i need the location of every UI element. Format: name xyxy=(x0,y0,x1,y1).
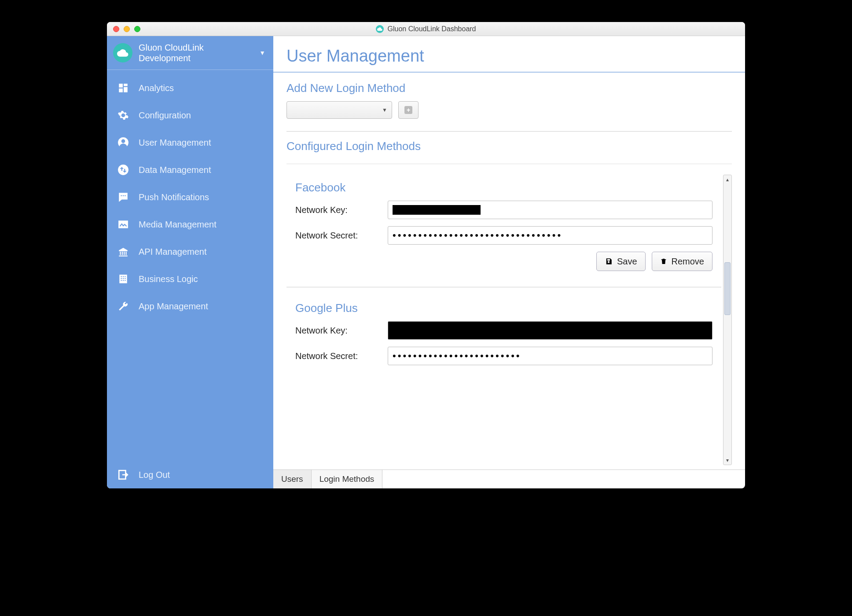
svg-rect-14 xyxy=(125,276,125,277)
login-method-facebook: Facebook Network Key: Network Secret: xyxy=(286,175,721,279)
login-method-dropdown[interactable]: ▼ xyxy=(286,101,392,119)
gear-icon xyxy=(117,109,130,122)
field-label-network-key: Network Key: xyxy=(295,205,383,215)
nav: Analytics Configuration User Management xyxy=(107,74,273,320)
tab-users[interactable]: Users xyxy=(273,470,312,488)
chevron-down-icon: ▼ xyxy=(259,49,265,56)
sidebar-item-label: Analytics xyxy=(139,83,174,93)
sidebar-item-label: API Management xyxy=(139,247,207,257)
logout-icon xyxy=(117,468,130,481)
svg-rect-17 xyxy=(125,278,125,279)
method-title: Facebook xyxy=(295,181,712,194)
network-secret-input[interactable]: ••••••••••••••••••••••••••••••••• xyxy=(388,226,712,245)
trash-icon xyxy=(660,257,667,265)
svg-point-5 xyxy=(121,139,125,143)
svg-point-9 xyxy=(125,195,126,196)
sidebar-item-label: Data Management xyxy=(139,165,211,175)
field-label-network-secret: Network Secret: xyxy=(295,231,383,241)
network-key-input[interactable] xyxy=(388,201,712,219)
sidebar-item-logout[interactable]: Log Out xyxy=(107,461,273,488)
scroll-up-icon[interactable]: ▴ xyxy=(726,176,729,183)
building-icon xyxy=(117,272,130,286)
sidebar-item-configuration[interactable]: Configuration xyxy=(107,102,273,129)
svg-rect-10 xyxy=(119,221,128,227)
svg-rect-16 xyxy=(123,278,124,279)
user-icon xyxy=(117,136,130,149)
main-header: User Management xyxy=(273,36,745,73)
sidebar-item-label: Log Out xyxy=(139,470,170,480)
dashboard-icon xyxy=(117,81,130,95)
sidebar-item-label: Configuration xyxy=(139,110,191,121)
scroll-track[interactable] xyxy=(723,183,731,457)
remove-button[interactable]: Remove xyxy=(652,252,712,271)
network-key-input[interactable] xyxy=(388,321,712,340)
chat-icon xyxy=(117,191,130,204)
divider xyxy=(107,70,273,70)
sidebar-title: Gluon CloudLink Development xyxy=(139,42,253,63)
scroll-down-icon[interactable]: ▾ xyxy=(726,457,729,464)
scroll-thumb[interactable] xyxy=(724,262,731,315)
vertical-scrollbar[interactable]: ▴ ▾ xyxy=(723,175,732,465)
app-window: Gluon CloudLink Dashboard Gluon CloudLin… xyxy=(107,22,745,488)
sidebar-item-label: User Management xyxy=(139,138,211,148)
svg-point-8 xyxy=(123,195,124,196)
svg-rect-12 xyxy=(121,276,122,277)
page-title: User Management xyxy=(286,47,732,66)
add-login-method-button[interactable]: + xyxy=(398,101,419,119)
divider xyxy=(286,164,732,164)
window-title: Gluon CloudLink Dashboard xyxy=(387,25,476,33)
field-label-network-secret: Network Secret: xyxy=(295,351,383,361)
sidebar-item-label: Media Management xyxy=(139,220,217,230)
button-label: Save xyxy=(617,257,637,267)
sidebar-item-user-management[interactable]: User Management xyxy=(107,129,273,156)
sidebar-item-business-logic[interactable]: Business Logic xyxy=(107,265,273,293)
redacted-value xyxy=(393,205,481,215)
secret-value: ••••••••••••••••••••••••••••••••• xyxy=(393,230,562,241)
method-title: Google Plus xyxy=(295,301,712,315)
sidebar-title-line1: Gluon CloudLink xyxy=(139,42,253,53)
svg-rect-1 xyxy=(124,84,128,86)
sidebar-title-line2: Development xyxy=(139,53,253,63)
image-icon xyxy=(117,218,130,231)
main: User Management Add New Login Method ▼ +… xyxy=(273,36,745,488)
svg-rect-15 xyxy=(121,278,122,279)
tab-label: Login Methods xyxy=(320,474,375,484)
sidebar-item-app-management[interactable]: App Management xyxy=(107,293,273,320)
tab-login-methods[interactable]: Login Methods xyxy=(312,470,383,488)
save-icon xyxy=(605,257,613,265)
login-method-google-plus: Google Plus Network Key: Network Secret: xyxy=(286,295,721,380)
transfer-icon xyxy=(117,163,130,176)
svg-rect-19 xyxy=(123,280,124,281)
svg-rect-3 xyxy=(119,88,123,92)
field-label-network-key: Network Key: xyxy=(295,326,383,336)
svg-rect-2 xyxy=(124,87,128,92)
tab-label: Users xyxy=(281,474,303,484)
add-login-section-title: Add New Login Method xyxy=(286,81,732,95)
button-label: Remove xyxy=(672,257,704,267)
bank-icon xyxy=(117,245,130,258)
configured-section-title: Configured Login Methods xyxy=(286,139,732,153)
svg-rect-20 xyxy=(125,280,125,281)
sidebar-header[interactable]: Gluon CloudLink Development ▼ xyxy=(107,36,273,70)
sidebar-item-media-management[interactable]: Media Management xyxy=(107,211,273,238)
window-title-wrap: Gluon CloudLink Dashboard xyxy=(107,25,745,33)
sidebar-item-analytics[interactable]: Analytics xyxy=(107,74,273,102)
network-secret-input[interactable]: ••••••••••••••••••••••••• xyxy=(388,347,712,365)
wrench-icon xyxy=(117,300,130,313)
svg-point-7 xyxy=(121,195,122,196)
cloud-icon xyxy=(113,43,132,62)
sidebar-item-label: Push Notifications xyxy=(139,192,209,202)
login-methods-list: Facebook Network Key: Network Secret: xyxy=(286,175,723,465)
divider xyxy=(286,287,721,287)
sidebar-item-label: Business Logic xyxy=(139,274,198,284)
save-button[interactable]: Save xyxy=(596,252,646,271)
plus-icon: + xyxy=(404,106,412,114)
svg-rect-13 xyxy=(123,276,124,277)
sidebar-item-data-management[interactable]: Data Management xyxy=(107,156,273,183)
app-icon xyxy=(376,25,384,33)
sidebar-item-push-notifications[interactable]: Push Notifications xyxy=(107,183,273,211)
titlebar: Gluon CloudLink Dashboard xyxy=(107,22,745,36)
sidebar-item-api-management[interactable]: API Management xyxy=(107,238,273,265)
svg-point-6 xyxy=(118,165,129,175)
svg-rect-18 xyxy=(121,280,122,281)
